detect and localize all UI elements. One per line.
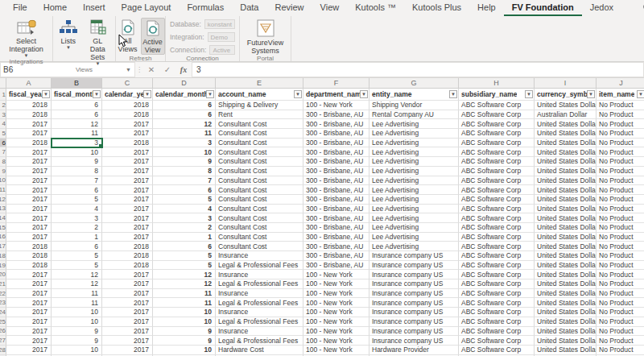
cell-A10[interactable]: 2017 [6, 176, 52, 186]
cell-F14[interactable]: 300 - Brisbane, AU [303, 213, 369, 223]
cell-D12[interactable]: 5 [153, 195, 216, 205]
tab-home[interactable]: Home [35, 0, 75, 16]
cell-C8[interactable]: 2017 [102, 157, 153, 167]
row-header[interactable]: 7 [0, 147, 6, 157]
cell-C17[interactable]: 2018 [102, 242, 153, 251]
cell-H28[interactable]: ABC Software Corp [459, 346, 535, 355]
row-header[interactable]: 16 [0, 233, 6, 242]
cell-H4[interactable]: ABC Software Corp [459, 119, 535, 129]
cell-B26[interactable]: 9 [52, 327, 102, 337]
cell-G27[interactable]: Insurance company US [369, 336, 459, 346]
cell-E8[interactable]: Consultant Cost [216, 157, 303, 167]
cell-J2[interactable]: No Product [597, 101, 644, 110]
cell-J26[interactable]: No Product [597, 327, 644, 337]
cell-G20[interactable]: Insurance company US [369, 270, 459, 279]
cell-H18[interactable]: ABC Software Corp [459, 251, 535, 261]
cell-E5[interactable]: Consultant Cost [216, 129, 303, 139]
cell-D26[interactable]: 9 [153, 327, 216, 337]
cell-C14[interactable]: 2017 [102, 213, 153, 223]
row-header[interactable]: 9 [0, 167, 6, 176]
filter-dropdown-icon[interactable]: ▼ [93, 90, 101, 98]
column-header-j[interactable]: J [597, 78, 644, 89]
cell-D9[interactable]: 8 [153, 167, 216, 176]
name-box-dropdown-icon[interactable]: ▼ [126, 67, 134, 72]
row-header[interactable]: 20 [0, 270, 6, 279]
cell-G5[interactable]: Lee Advertising [369, 129, 459, 139]
cell-E12[interactable]: Consultant Cost [216, 195, 303, 205]
cell-H9[interactable]: ABC Software Corp [459, 167, 535, 176]
cell-B11[interactable]: 6 [52, 185, 102, 195]
cell-I18[interactable]: United States Dollar [535, 251, 597, 261]
cell-H20[interactable]: ABC Software Corp [459, 270, 535, 279]
cell-A23[interactable]: 2017 [6, 298, 52, 308]
cell-E9[interactable]: Consultant Cost [216, 167, 303, 176]
cell-G22[interactable]: Insurance company US [369, 289, 459, 299]
cell-D8[interactable]: 9 [153, 157, 216, 167]
cell-B5[interactable]: 11 [52, 129, 102, 139]
cell-F15[interactable]: 300 - Brisbane, AU [303, 223, 369, 233]
cell-E23[interactable]: Legal & Professional Fees [216, 298, 303, 308]
cell-H14[interactable]: ABC Software Corp [459, 213, 535, 223]
cell-H5[interactable]: ABC Software Corp [459, 129, 535, 139]
row-header[interactable]: 17 [0, 242, 6, 251]
cell-G14[interactable]: Lee Advertising [369, 213, 459, 223]
row-header[interactable]: 6 [0, 139, 6, 148]
cell-B15[interactable]: 2 [52, 223, 102, 233]
cell-E7[interactable]: Consultant Cost [216, 147, 303, 157]
cell-D27[interactable]: 9 [153, 336, 216, 346]
cell-A24[interactable]: 2017 [6, 308, 52, 317]
cell-H7[interactable]: ABC Software Corp [459, 147, 535, 157]
cell-I9[interactable]: United States Dollar [535, 167, 597, 176]
field-header-entity_name[interactable]: entity_name▼ [369, 89, 459, 101]
insert-function-icon[interactable]: fx [175, 62, 192, 77]
cell-F27[interactable]: 100 - New York [303, 336, 369, 346]
cell-H8[interactable]: ABC Software Corp [459, 157, 535, 167]
cell-F26[interactable]: 100 - New York [303, 327, 369, 337]
column-header-h[interactable]: H [459, 78, 535, 89]
cell-B6[interactable]: 3 [52, 139, 102, 148]
cell-D18[interactable]: 5 [153, 251, 216, 261]
cell-A19[interactable]: 2018 [6, 261, 52, 271]
cell-F7[interactable]: 300 - Brisbane, AU [303, 147, 369, 157]
cell-H19[interactable]: ABC Software Corp [459, 261, 535, 271]
cell-A20[interactable]: 2017 [6, 270, 52, 279]
cell-F16[interactable]: 300 - Brisbane, AU [303, 233, 369, 242]
cell-I13[interactable]: United States Dollar [535, 205, 597, 214]
column-header-f[interactable]: F [303, 78, 369, 89]
cell-F18[interactable]: 300 - Brisbane, AU [303, 251, 369, 261]
row-header[interactable]: 2 [0, 101, 6, 110]
cell-D10[interactable]: 7 [153, 176, 216, 186]
tab-kutools[interactable]: Kutools ™ [347, 0, 404, 16]
cell-C13[interactable]: 2017 [102, 205, 153, 214]
cell-F2[interactable]: 100 - New York [303, 101, 369, 110]
field-header-subsidiary_name[interactable]: subsidiary_name▼ [459, 89, 535, 101]
cell-A8[interactable]: 2017 [6, 157, 52, 167]
cell-E22[interactable]: Insurance [216, 289, 303, 299]
filter-dropdown-icon[interactable]: ▼ [294, 90, 302, 98]
cell-D13[interactable]: 4 [153, 205, 216, 214]
cell-I11[interactable]: United States Dollar [535, 185, 597, 195]
cell-C7[interactable]: 2017 [102, 147, 153, 157]
cell-B25[interactable]: 10 [52, 317, 102, 327]
cell-B17[interactable]: 6 [52, 242, 102, 251]
cell-A21[interactable]: 2017 [6, 279, 52, 289]
cell-D24[interactable]: 10 [153, 308, 216, 317]
tab-review[interactable]: Review [266, 0, 312, 16]
cell-G8[interactable]: Lee Advertising [369, 157, 459, 167]
cell-A3[interactable]: 2018 [6, 110, 52, 120]
cell-C25[interactable]: 2017 [102, 317, 153, 327]
cell-E28[interactable]: Hardware Cost [216, 346, 303, 355]
cell-A22[interactable]: 2017 [6, 289, 52, 299]
cell-I19[interactable]: United States Dollar [535, 261, 597, 271]
cell-I6[interactable]: United States Dollar [535, 139, 597, 148]
row-header[interactable]: 8 [0, 157, 6, 167]
cell-E4[interactable]: Consultant Cost [216, 119, 303, 129]
cell-G18[interactable]: Insurance company US [369, 251, 459, 261]
lists-button[interactable]: Lists ▼ [56, 18, 81, 50]
cell-A18[interactable]: 2018 [6, 251, 52, 261]
cell-G7[interactable]: Lee Advertising [369, 147, 459, 157]
cell-A26[interactable]: 2017 [6, 327, 52, 337]
cell-A17[interactable]: 2018 [6, 242, 52, 251]
cell-F4[interactable]: 300 - Brisbane, AU [303, 119, 369, 129]
cell-B23[interactable]: 11 [52, 298, 102, 308]
